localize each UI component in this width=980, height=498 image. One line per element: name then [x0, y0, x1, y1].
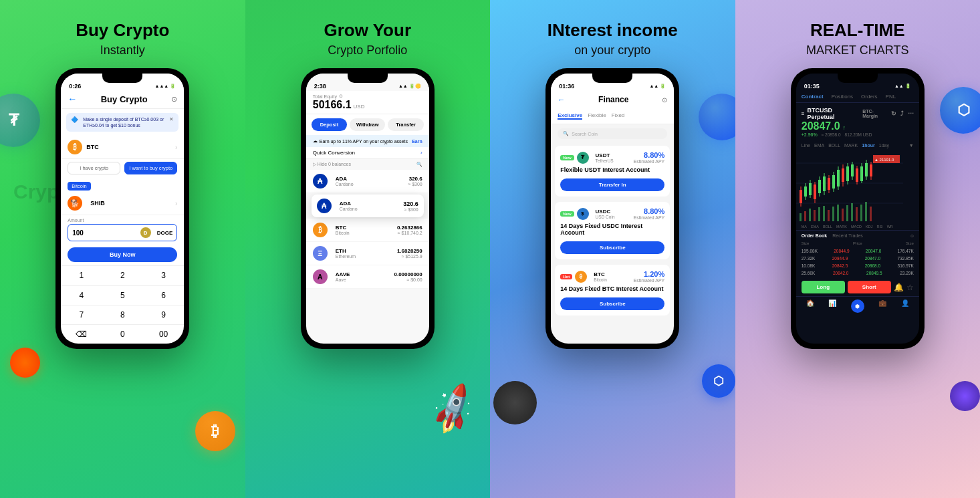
- ind-wr: WR: [887, 225, 893, 229]
- eth-info: ETH Ethereum: [336, 248, 397, 259]
- btc-subscribe-btn[interactable]: Subscribe: [560, 297, 664, 310]
- tab-flexible[interactable]: Flexible: [588, 112, 606, 120]
- nav-wallet[interactable]: 💼: [878, 299, 886, 313]
- svg-text:▲ 21191.0: ▲ 21191.0: [874, 158, 894, 162]
- chart-header-tabs: Contract Positions Orders PNL: [796, 91, 919, 103]
- order-row-2: 27.32K 20844.9 20847.0 732.85K: [796, 255, 919, 262]
- order-col-headers: Size Price Size: [796, 241, 919, 246]
- settings-icon-1[interactable]: ⊙: [171, 95, 177, 104]
- btc-label: BTC: [86, 144, 99, 150]
- key-6[interactable]: 6: [143, 285, 184, 305]
- refresh-icon[interactable]: ↻: [891, 110, 896, 117]
- rocket-decoration: 🚀: [423, 380, 483, 439]
- ind-rsi: RSI: [876, 225, 882, 229]
- tf-mark[interactable]: MARK: [844, 143, 858, 148]
- tf-line[interactable]: Line: [802, 143, 810, 148]
- key-7[interactable]: 7: [61, 305, 102, 324]
- usdt-rate-label: Estimated APY: [634, 159, 665, 164]
- alert-icon[interactable]: 🔔: [894, 281, 904, 293]
- search-icon[interactable]: 🔍: [416, 162, 422, 167]
- tf-expand[interactable]: ▼: [909, 143, 914, 148]
- key-8[interactable]: 8: [102, 305, 143, 324]
- earn-link[interactable]: Earn: [412, 139, 422, 144]
- tab-exclusive[interactable]: Exclusive: [558, 112, 582, 120]
- long-button[interactable]: Long: [802, 281, 845, 293]
- transfer-button[interactable]: Transfer: [388, 118, 423, 131]
- buy-now-button[interactable]: Buy Now: [68, 247, 177, 262]
- key-5[interactable]: 5: [102, 285, 143, 305]
- ob-tab-trades[interactable]: Recent Trades: [832, 233, 863, 238]
- ind-boll: BOLL: [823, 225, 832, 229]
- tab-fixed[interactable]: Fixed: [612, 112, 625, 120]
- want-to-buy-tab[interactable]: I want to buy crypto: [124, 162, 177, 174]
- time-3: 01:36: [559, 83, 574, 90]
- star-icon[interactable]: ☆: [906, 281, 914, 293]
- ind-ma: MA: [802, 225, 807, 229]
- usdt-transfer-btn[interactable]: Transfer In: [560, 178, 664, 191]
- ada-val: ≈ $300: [408, 182, 422, 186]
- key-backspace[interactable]: ⌫: [61, 324, 102, 344]
- key-9[interactable]: 9: [143, 305, 184, 324]
- info-icon: 🔷: [71, 116, 78, 123]
- notice-close-button[interactable]: ✕: [169, 116, 174, 122]
- phone-2: 2:38 ▲▲ 🔋🟡 Total Equity ⊙ 50166.1 USD De…: [301, 68, 435, 349]
- deposit-button[interactable]: Deposit: [312, 118, 347, 131]
- tf-ema[interactable]: EMA: [814, 143, 824, 148]
- order-size-3: 10.08K: [802, 263, 816, 268]
- time-2: 2:38: [314, 83, 326, 90]
- more-icon[interactable]: ⋯: [908, 110, 914, 117]
- order-ask-size-1: 176.47K: [898, 249, 914, 253]
- phone-notch-3: [592, 74, 632, 83]
- usdc-short: USDC: [596, 209, 615, 215]
- amount-value: 100: [72, 229, 84, 237]
- back-button-1[interactable]: ←: [68, 94, 77, 104]
- timeframe-selector: Line EMA BOLL MARK 1hour 1day ▼: [796, 141, 919, 150]
- screen1-header: ← Buy Crypto ⊙: [61, 91, 184, 109]
- nav-profile[interactable]: 👤: [901, 299, 909, 313]
- short-button[interactable]: Short: [848, 281, 891, 293]
- withdraw-button[interactable]: Withdraw: [350, 118, 385, 131]
- order-ask-1: 20847.0: [866, 249, 882, 253]
- usdc-names: USDC USD Coin: [596, 209, 615, 219]
- nav-home[interactable]: 🏠: [806, 299, 814, 313]
- ob-tab-book[interactable]: Order Book: [802, 233, 828, 238]
- tab-orders[interactable]: Orders: [861, 94, 877, 100]
- doge-label: DOGE: [157, 230, 173, 236]
- btc-change: +2.96%: [802, 132, 818, 137]
- key-00[interactable]: 00: [143, 324, 184, 344]
- earn-text: Earn up to 11% APY on your crypto assets: [320, 139, 408, 144]
- key-1[interactable]: 1: [61, 265, 102, 285]
- ob-settings[interactable]: ⊙: [910, 233, 914, 238]
- panel-2-title: Grow Your: [324, 20, 412, 41]
- have-crypto-tab[interactable]: I have crypto: [68, 162, 120, 174]
- key-4[interactable]: 4: [61, 285, 102, 305]
- search-placeholder: Search Coin: [572, 132, 598, 136]
- btc-row[interactable]: ₿ BTC ›: [61, 136, 184, 159]
- btc-qty: 0.2632866: [397, 225, 422, 231]
- tether-coin-decoration: ₮: [0, 94, 40, 147]
- usdc-subscribe-btn[interactable]: Subscribe: [560, 241, 664, 254]
- key-0[interactable]: 0: [102, 324, 143, 344]
- share-icon[interactable]: ⤴: [900, 110, 904, 117]
- quick-conv-arrow[interactable]: ›: [420, 150, 422, 156]
- order-bid-2: 20844.9: [832, 256, 848, 261]
- key-2[interactable]: 2: [102, 265, 143, 285]
- tf-boll[interactable]: BOLL: [828, 143, 840, 148]
- amount-input[interactable]: 100 Ð DOGE: [68, 224, 177, 241]
- tab-contract[interactable]: Contract: [802, 94, 824, 100]
- tf-1day[interactable]: 1day: [879, 143, 889, 148]
- tf-1hour[interactable]: 1hour: [862, 143, 874, 148]
- candlestick-chart: ▲ 21191.0: [796, 150, 903, 223]
- finance-icon[interactable]: ⊙: [662, 96, 667, 104]
- buy-sell-tabs: I have crypto I want to buy crypto: [61, 159, 184, 177]
- nav-chart[interactable]: 📊: [828, 299, 836, 313]
- tab-pnl[interactable]: PNL: [886, 94, 896, 100]
- finance-back[interactable]: ←: [558, 96, 565, 104]
- key-3[interactable]: 3: [143, 265, 184, 285]
- nav-trade[interactable]: ⬢: [851, 299, 864, 313]
- tab-positions[interactable]: Positions: [832, 94, 853, 100]
- shib-row[interactable]: 🐕 SHIB ›: [61, 192, 184, 215]
- search-coin-bar[interactable]: 🔍 Search Coin: [558, 128, 667, 139]
- btc-sub: Bitcoin: [336, 231, 397, 235]
- btc-margin: BTC-Margin: [862, 109, 888, 118]
